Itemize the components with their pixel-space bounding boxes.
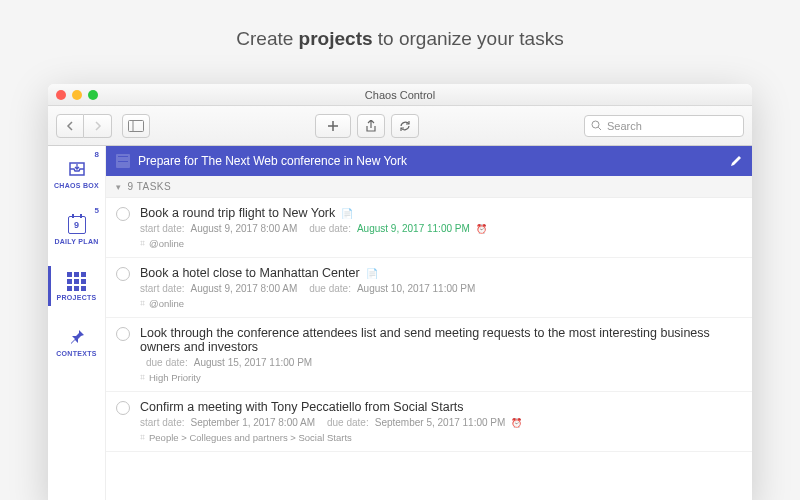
sidebar-toggle-button[interactable] — [122, 114, 150, 138]
section-label: 9 TASKS — [128, 181, 172, 192]
chaosbox-badge: 8 — [95, 150, 99, 159]
attachment-icon: 📄 — [366, 268, 378, 279]
pin-icon — [67, 327, 87, 347]
forward-button[interactable] — [84, 114, 112, 138]
task-row[interactable]: Book a round trip flight to New York📄sta… — [106, 198, 752, 258]
tasks-section-header[interactable]: ▾ 9 TASKS — [106, 176, 752, 198]
project-title: Prepare for The Next Web conference in N… — [138, 154, 722, 168]
grid-icon — [67, 271, 87, 291]
share-button[interactable] — [357, 114, 385, 138]
window-close-button[interactable] — [56, 90, 66, 100]
sidebar-item-label: CHAOS BOX — [54, 182, 99, 189]
project-header: Prepare for The Next Web conference in N… — [106, 146, 752, 176]
window-lights — [48, 90, 98, 100]
svg-rect-0 — [129, 120, 144, 131]
tagline-post: to organize your tasks — [373, 28, 564, 49]
window-title: Chaos Control — [48, 89, 752, 101]
task-row[interactable]: Confirm a meeting with Tony Peccatiello … — [106, 392, 752, 452]
attachment-icon: 📄 — [341, 208, 353, 219]
note-icon — [116, 154, 130, 168]
alarm-icon: ⏰ — [511, 418, 522, 428]
inbox-icon — [67, 159, 87, 179]
chevron-down-icon: ▾ — [116, 182, 122, 192]
task-list: Book a round trip flight to New York📄sta… — [106, 198, 752, 452]
task-meta: start date:August 9, 2017 8:00 AMdue dat… — [140, 283, 742, 294]
calendar-icon: 9 — [67, 215, 87, 235]
task-context: @online — [140, 298, 742, 309]
search-input[interactable]: Search — [584, 115, 744, 137]
sidebar-item-label: PROJECTS — [56, 294, 96, 301]
nav-back-forward — [56, 114, 112, 138]
search-placeholder: Search — [607, 120, 642, 132]
toolbar: Search — [48, 106, 752, 146]
task-checkbox[interactable] — [116, 327, 130, 341]
task-context: @online — [140, 238, 742, 249]
window-zoom-button[interactable] — [88, 90, 98, 100]
tagline-pre: Create — [236, 28, 298, 49]
marketing-tagline: Create projects to organize your tasks — [0, 0, 800, 50]
task-title: Confirm a meeting with Tony Peccatiello … — [140, 400, 742, 414]
app-window: Chaos Control Search — [48, 84, 752, 500]
svg-line-3 — [598, 127, 601, 130]
sidebar-item-contexts[interactable]: CONTEXTS — [48, 314, 105, 370]
edit-project-button[interactable] — [730, 155, 742, 167]
pencil-icon — [730, 155, 742, 167]
task-title: Look through the conference attendees li… — [140, 326, 742, 354]
task-checkbox[interactable] — [116, 207, 130, 221]
sidebar-item-dailyplan[interactable]: 5 9 DAILY PLAN — [48, 202, 105, 258]
content-pane: Prepare for The Next Web conference in N… — [106, 146, 752, 500]
task-checkbox[interactable] — [116, 267, 130, 281]
task-title: Book a hotel close to Manhattan Center📄 — [140, 266, 742, 280]
task-title: Book a round trip flight to New York📄 — [140, 206, 742, 220]
sidebar-item-chaosbox[interactable]: 8 CHAOS BOX — [48, 146, 105, 202]
titlebar: Chaos Control — [48, 84, 752, 106]
task-row[interactable]: Book a hotel close to Manhattan Center📄s… — [106, 258, 752, 318]
task-meta: start date:August 9, 2017 8:00 AMdue dat… — [140, 223, 742, 234]
sidebar-item-label: CONTEXTS — [56, 350, 97, 357]
dailyplan-badge: 5 — [95, 206, 99, 215]
task-meta: due date:August 15, 2017 11:00 PM — [140, 357, 742, 368]
sync-button[interactable] — [391, 114, 419, 138]
task-row[interactable]: Look through the conference attendees li… — [106, 318, 752, 392]
task-context: People > Collegues and partners > Social… — [140, 432, 742, 443]
window-minimize-button[interactable] — [72, 90, 82, 100]
task-checkbox[interactable] — [116, 401, 130, 415]
search-icon — [591, 120, 602, 131]
task-meta: start date:September 1, 2017 8:00 AMdue … — [140, 417, 742, 428]
sidebar-item-label: DAILY PLAN — [54, 238, 98, 245]
task-context: High Priority — [140, 372, 742, 383]
sidebar: 8 CHAOS BOX 5 9 DAILY PLAN PROJECTS — [48, 146, 106, 500]
add-button[interactable] — [315, 114, 351, 138]
svg-point-2 — [592, 121, 599, 128]
back-button[interactable] — [56, 114, 84, 138]
alarm-icon: ⏰ — [476, 224, 487, 234]
tagline-strong: projects — [299, 28, 373, 49]
sidebar-item-projects[interactable]: PROJECTS — [48, 258, 105, 314]
